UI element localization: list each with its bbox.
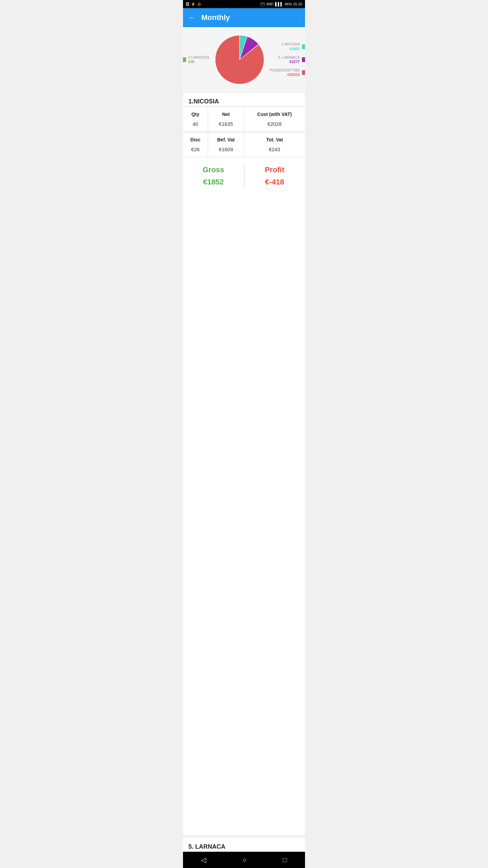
chart-section: 2.LIMASSOL €36 1.NICOSIA €1852: [183, 27, 305, 93]
nicosia-stats-table: Qty Net Cost (with VAT) 40 €1635 €2028 D…: [183, 107, 305, 157]
nicosia-legend-text: 1.NICOSIA €1852: [281, 42, 300, 51]
qty-value: 40: [183, 119, 208, 132]
status-right: 📳 WiFi ▌▌▌ 46% 15:10: [260, 2, 302, 6]
bug-icon: 🐞: [197, 2, 202, 6]
status-left-icons: 🖼 ⚡ 🐞: [186, 2, 202, 6]
chart-legend-right: 1.NICOSIA €1852 5. LARNACA €3277 POWERSO…: [269, 42, 305, 77]
larnaca-section-title: 5. LARNACA: [183, 835, 305, 852]
wifi-icon: WiFi: [266, 2, 274, 6]
legend-item-powersoft: POWERSOFT365 €30433: [269, 68, 305, 77]
larnaca-value: €3277: [278, 60, 300, 64]
pie-chart: [212, 33, 267, 87]
nav-home-button[interactable]: ○: [234, 853, 255, 867]
chart-legend-left: 2.LIMASSOL €36: [183, 55, 210, 64]
powersoft-label: POWERSOFT365: [269, 68, 300, 73]
nicosia-color-swatch: [302, 44, 305, 49]
limassol-color-swatch: [183, 57, 186, 62]
disc-header: Disc: [183, 132, 208, 144]
powersoft-color-swatch: [302, 70, 305, 75]
vibrate-icon: 📳: [260, 2, 265, 6]
cost-vat-header: Cost (with VAT): [244, 107, 305, 119]
bottom-navigation: ◁ ○ □: [183, 852, 305, 868]
powersoft-value: €30433: [269, 73, 300, 77]
legend-item-nicosia: 1.NICOSIA €1852: [281, 42, 305, 51]
usb-icon: ⚡: [191, 2, 196, 6]
page-title: Monthly: [201, 13, 230, 22]
back-button[interactable]: ←: [188, 13, 196, 22]
bef-vat-header: Bef. Vat: [208, 132, 244, 144]
profit-value: €-418: [265, 178, 284, 186]
legend-item-limassol: 2.LIMASSOL €36: [183, 55, 210, 64]
limassol-value: €36: [188, 60, 210, 64]
bef-vat-value: €1609: [208, 144, 244, 157]
net-header: Net: [208, 107, 244, 119]
qty-header: Qty: [183, 107, 208, 119]
powersoft-legend-text: POWERSOFT365 €30433: [269, 68, 300, 77]
tot-vat-header: Tot. Vat: [244, 132, 305, 144]
gross-profit-row: Gross €1852 Profit €-418: [183, 157, 305, 195]
image-icon: 🖼: [186, 2, 189, 6]
table-value-row-2: €26 €1609 €243: [183, 144, 305, 157]
nav-back-button[interactable]: ◁: [193, 853, 214, 867]
status-bar: 🖼 ⚡ 🐞 📳 WiFi ▌▌▌ 46% 15:10: [183, 0, 305, 8]
battery-percent: 46% 15:10: [284, 2, 302, 6]
app-bar: ← Monthly: [183, 8, 305, 27]
limassol-legend-text: 2.LIMASSOL €36: [188, 55, 210, 64]
net-value: €1635: [208, 119, 244, 132]
nav-recent-button[interactable]: □: [274, 853, 295, 867]
profit-label: Profit: [265, 165, 284, 174]
table-header-row-2: Disc Bef. Vat Tot. Vat: [183, 132, 305, 144]
gross-value: €1852: [203, 178, 224, 186]
nicosia-section: 1.NICOSIA Qty Net Cost (with VAT) 40 €16…: [183, 93, 305, 835]
gross-label: Gross: [203, 165, 224, 174]
disc-value: €26: [183, 144, 208, 157]
larnaca-color-swatch: [302, 57, 305, 62]
nicosia-value: €1852: [281, 47, 300, 51]
tot-vat-value: €243: [244, 144, 305, 157]
larnaca-label: 5. LARNACA: [278, 55, 300, 60]
table-header-row-1: Qty Net Cost (with VAT): [183, 107, 305, 119]
signal-icon: ▌▌▌: [275, 2, 283, 6]
table-value-row-1: 40 €1635 €2028: [183, 119, 305, 132]
cost-vat-value: €2028: [244, 119, 305, 132]
larnaca-legend-text: 5. LARNACA €3277: [278, 55, 300, 64]
profit-column: Profit €-418: [244, 163, 305, 189]
nicosia-section-title: 1.NICOSIA: [183, 93, 305, 107]
nicosia-label: 1.NICOSIA: [281, 42, 300, 46]
limassol-label: 2.LIMASSOL: [188, 55, 210, 60]
gross-column: Gross €1852: [183, 163, 244, 189]
legend-item-larnaca: 5. LARNACA €3277: [278, 55, 305, 64]
